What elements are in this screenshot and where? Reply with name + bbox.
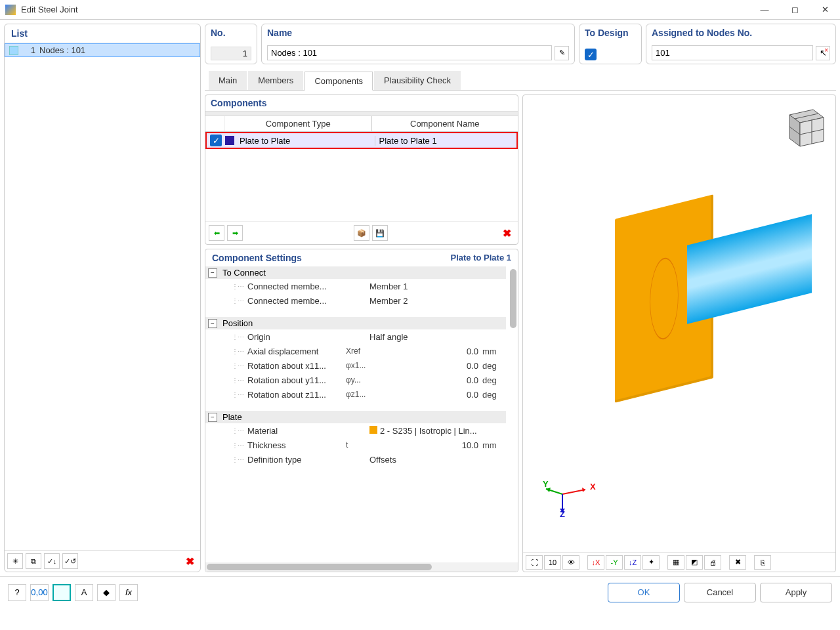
view-x-button[interactable]: ↓X: [587, 555, 604, 570]
view-wire-button[interactable]: ▦: [667, 555, 684, 570]
setting-row[interactable]: ⋮⋯Connected membe...Member 1: [205, 279, 506, 293]
pick-nodes-button[interactable]: ↖ ×: [816, 46, 830, 60]
library-button[interactable]: 📦: [354, 225, 369, 241]
ok-button[interactable]: OK: [608, 583, 680, 602]
list-item[interactable]: 1 Nodes : 101: [5, 43, 200, 57]
view-iso-button[interactable]: ✦: [642, 555, 660, 570]
delete-component-button[interactable]: ✖: [499, 225, 514, 241]
no-card: No. 1: [205, 24, 257, 64]
units-button[interactable]: 0,00: [30, 584, 49, 601]
list-item-swatch: [9, 46, 18, 55]
title-bar: Edit Steel Joint — ◻ ✕: [0, 0, 840, 20]
uncheck-all-button[interactable]: ✓↺: [62, 553, 78, 569]
color-button[interactable]: [52, 584, 71, 601]
tab-plausibility[interactable]: Plausibility Check: [374, 71, 461, 90]
component-checkbox[interactable]: ✓: [210, 135, 222, 146]
copy-item-button[interactable]: ⧉: [26, 553, 41, 569]
setting-row[interactable]: ⋮⋯Rotation about y11...φy...0.0deg: [205, 373, 506, 387]
view-reset-button[interactable]: ✖: [729, 555, 746, 570]
settings-subtitle: Plate to Plate 1: [451, 253, 511, 263]
components-panel: Components Component Type Component Name…: [205, 94, 518, 245]
component-row[interactable]: ✓ Plate to Plate Plate to Plate 1: [205, 132, 518, 149]
svg-marker-8: [582, 488, 585, 492]
fx-button[interactable]: fx: [119, 584, 138, 601]
work-area: List 1 Nodes : 101 ✳ ⧉ ✓↓ ✓↺ ✖ No. 1 Nam…: [0, 20, 840, 576]
axis-z-label: Z: [560, 509, 565, 519]
components-col-name: Component Name: [372, 116, 518, 131]
list-body: 1 Nodes : 101: [5, 43, 200, 550]
axis-y-label: Y: [543, 479, 549, 489]
setting-row[interactable]: ⋮⋯OriginHalf angle: [205, 329, 506, 344]
group-label: Position: [222, 318, 253, 328]
list-panel: List 1 Nodes : 101 ✳ ⧉ ✓↓ ✓↺ ✖: [4, 24, 201, 572]
delete-item-button[interactable]: ✖: [182, 553, 198, 569]
component-color-swatch: [225, 136, 234, 145]
vertical-scrollbar[interactable]: [510, 269, 516, 328]
minimize-button[interactable]: —: [749, 0, 780, 20]
cancel-button[interactable]: Cancel: [684, 583, 756, 602]
new-item-button[interactable]: ✳: [7, 553, 23, 569]
list-toolbar: ✳ ⧉ ✓↓ ✓↺ ✖: [5, 550, 200, 572]
view-zoom-button[interactable]: 10: [544, 555, 561, 570]
group-to-connect[interactable]: − To Connect: [205, 266, 506, 279]
viewer-canvas[interactable]: X Y Z: [523, 95, 835, 552]
tab-components[interactable]: Components: [304, 72, 373, 91]
viewer-toolbar: ⛶ 10 👁 ↓X -Y ↓Z ✦ ▦ ◩ 🖨 ✖ ⎘: [523, 552, 835, 572]
setting-row[interactable]: ⋮⋯Material2 - S235 | Isotropic | Lin...: [205, 423, 506, 438]
setting-row[interactable]: ⋮⋯Axial displacementXref0.0mm: [205, 344, 506, 358]
layer-button[interactable]: ◆: [97, 584, 116, 601]
collapse-icon[interactable]: −: [208, 319, 217, 328]
check-all-button[interactable]: ✓↓: [44, 553, 60, 569]
orientation-cube-icon[interactable]: [776, 102, 829, 154]
group-plate[interactable]: − Plate: [205, 411, 506, 423]
components-col-check: [205, 116, 225, 131]
print-button[interactable]: 🖨: [704, 555, 721, 570]
view-z-button[interactable]: ↓Z: [624, 555, 641, 570]
setting-row[interactable]: ⋮⋯Rotation about z11...φz1...0.0deg: [205, 387, 506, 402]
help-button[interactable]: ?: [8, 584, 26, 601]
collapse-icon[interactable]: −: [208, 268, 217, 278]
assigned-card: Assigned to Nodes No. ↖ ×: [646, 24, 836, 64]
material-swatch: [369, 426, 377, 434]
move-down-button[interactable]: ➡: [227, 225, 243, 241]
components-col-type: Component Type: [225, 116, 372, 131]
name-card: Name ✎: [261, 24, 575, 64]
setting-row[interactable]: ⋮⋯Rotation about x11...φx1...0.0deg: [205, 358, 506, 373]
view-fit-button[interactable]: ⛶: [526, 555, 543, 570]
edit-name-button[interactable]: ✎: [555, 46, 569, 60]
horizontal-scrollbar[interactable]: [205, 562, 518, 572]
clear-x-icon: ×: [824, 47, 828, 54]
view-popout-button[interactable]: ⎘: [754, 555, 771, 570]
settings-body[interactable]: − To Connect ⋮⋯Connected membe...Member …: [205, 266, 518, 562]
assigned-label: Assigned to Nodes No.: [652, 28, 830, 38]
view-solid-button[interactable]: ◩: [686, 555, 703, 570]
view-show-button[interactable]: 👁: [562, 555, 579, 570]
component-type: Plate to Plate: [238, 136, 375, 146]
close-button[interactable]: ✕: [810, 0, 840, 20]
axis-x-label: X: [590, 482, 596, 492]
component-name: Plate to Plate 1: [375, 136, 517, 146]
tab-members[interactable]: Members: [248, 71, 303, 90]
font-button[interactable]: A: [75, 584, 93, 601]
list-panel-title: List: [5, 24, 200, 43]
viewer-panel: X Y Z ⛶ 10 👁 ↓X -Y ↓Z ✦ ▦ ◩ 🖨: [522, 94, 836, 572]
to-design-card: To Design ✓: [579, 24, 642, 64]
setting-row[interactable]: ⋮⋯Thicknesst10.0mm: [205, 438, 506, 452]
setting-row[interactable]: ⋮⋯Connected membe...Member 2: [205, 293, 506, 308]
setting-row[interactable]: ⋮⋯Definition typeOffsets: [205, 452, 506, 467]
app-icon: [5, 5, 16, 15]
save-component-button[interactable]: 💾: [372, 225, 388, 241]
list-item-number: 1: [22, 45, 35, 55]
tab-main[interactable]: Main: [209, 71, 247, 90]
tab-bar: Main Members Components Plausibility Che…: [205, 71, 836, 91]
view-y-button[interactable]: -Y: [606, 555, 623, 570]
to-design-label: To Design: [585, 28, 629, 38]
name-input[interactable]: [267, 45, 552, 60]
group-position[interactable]: − Position: [205, 317, 506, 329]
maximize-button[interactable]: ◻: [780, 0, 810, 20]
move-up-button[interactable]: ⬅: [209, 225, 224, 241]
collapse-icon[interactable]: −: [208, 413, 217, 422]
to-design-checkbox[interactable]: ✓: [585, 49, 597, 60]
assigned-input[interactable]: [652, 45, 813, 60]
apply-button[interactable]: Apply: [760, 583, 832, 602]
